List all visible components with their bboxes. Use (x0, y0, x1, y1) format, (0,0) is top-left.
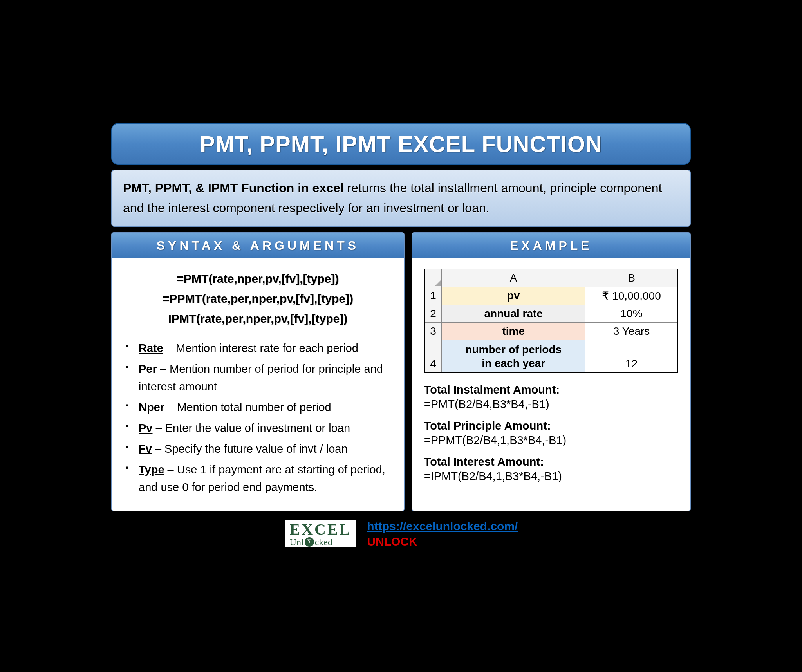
cell-a3: time (442, 322, 585, 340)
footer: EXCEL Unl ⚿ cked https://excelunlocked.c… (111, 518, 691, 549)
col-header-b: B (585, 269, 678, 287)
formula-text: =IPMT(B2/B4,1,B3*B4,-B1) (424, 470, 678, 483)
formula-block: Total Interest Amount: =IPMT(B2/B4,1,B3*… (424, 455, 678, 483)
arg-term: Type (139, 463, 164, 476)
formula-text: =PPMT(B2/B4,1,B3*B4,-B1) (424, 434, 678, 447)
formula-label: Total Interest Amount: (424, 455, 678, 468)
row-header: 2 (424, 305, 442, 322)
description-bar: PMT, PPMT, & IPMT Function in excel retu… (111, 170, 691, 227)
grid-corner (424, 269, 442, 287)
example-body: A B 1 pv ₹ 10,00,000 2 annual rate 10% (412, 258, 690, 511)
row-header: 3 (424, 322, 442, 340)
cell-b4: 12 (585, 340, 678, 373)
arg-term: Pv (139, 422, 152, 434)
arg-desc: – Mention number of period for principle… (139, 363, 383, 393)
logo-bottom: Unl ⚿ cked (290, 537, 352, 547)
site-link[interactable]: https://excelunlocked.com/ (367, 520, 518, 533)
cell-b1: ₹ 10,00,000 (585, 287, 678, 305)
cell-b2: 10% (585, 305, 678, 322)
col-header-a: A (442, 269, 585, 287)
logo: EXCEL Unl ⚿ cked (284, 519, 357, 548)
infographic-page: PMT, PPMT, IPMT EXCEL FUNCTION PMT, PPMT… (111, 123, 691, 549)
arg-desc: – Mention interest rate for each period (163, 342, 358, 354)
argument-list: Rate – Mention interest rate for each pe… (124, 340, 392, 496)
syntax-line: IPMT(rate,per,nper,pv,[fv],[type]) (124, 309, 392, 329)
cell-b3: 3 Years (585, 322, 678, 340)
formula-label: Total Instalment Amount: (424, 383, 678, 396)
logo-bot-post: cked (315, 537, 332, 547)
syntax-header: SYNTAX & ARGUMENTS (112, 233, 404, 258)
syntax-body: =PMT(rate,nper,pv,[fv],[type]) =PPMT(rat… (112, 258, 404, 511)
arg-item: Per – Mention number of period for princ… (124, 360, 392, 396)
syntax-line: =PPMT(rate,per,nper,pv,[fv],[type]) (124, 289, 392, 309)
page-title: PMT, PPMT, IPMT EXCEL FUNCTION (111, 123, 691, 165)
syntax-line: =PMT(rate,nper,pv,[fv],[type]) (124, 269, 392, 289)
arg-term: Fv (139, 443, 152, 455)
formula-label: Total Principle Amount: (424, 419, 678, 432)
arg-item: Type – Use 1 if payment are at starting … (124, 461, 392, 496)
description-bold: PMT, PPMT, & IPMT Function in excel (123, 181, 344, 195)
row-header: 1 (424, 287, 442, 305)
arg-desc: – Mention total number of period (164, 401, 331, 414)
logo-bot-pre: Unl (290, 537, 304, 547)
formula-text: =PMT(B2/B4,B3*B4,-B1) (424, 398, 678, 411)
arg-item: Pv – Enter the value of investment or lo… (124, 419, 392, 437)
example-header: EXAMPLE (412, 233, 690, 258)
arg-item: Rate – Mention interest rate for each pe… (124, 340, 392, 357)
formula-block: Total Principle Amount: =PPMT(B2/B4,1,B3… (424, 419, 678, 447)
arg-desc: – Use 1 if payment are at starting of pe… (139, 463, 385, 493)
syntax-card: SYNTAX & ARGUMENTS =PMT(rate,nper,pv,[fv… (111, 232, 405, 512)
syntax-lines: =PMT(rate,nper,pv,[fv],[type]) =PPMT(rat… (124, 269, 392, 329)
logo-top: EXCEL (290, 522, 352, 537)
excel-grid: A B 1 pv ₹ 10,00,000 2 annual rate 10% (424, 269, 678, 373)
unlock-label: UNLOCK (367, 535, 417, 548)
example-card: EXAMPLE A B 1 pv ₹ 10,00,000 2 (412, 232, 691, 512)
arg-item: Fv – Specify the future value of invt / … (124, 440, 392, 458)
cell-a2: annual rate (442, 305, 585, 322)
cell-a1: pv (442, 287, 585, 305)
arg-item: Nper – Mention total number of period (124, 399, 392, 416)
arg-term: Nper (139, 401, 164, 414)
arg-term: Per (139, 363, 157, 375)
arg-term: Rate (139, 342, 163, 354)
arg-desc: – Enter the value of investment or loan (152, 422, 350, 434)
footer-links: https://excelunlocked.com/ UNLOCK (367, 518, 518, 549)
arg-desc: – Specify the future value of invt / loa… (152, 443, 348, 455)
formula-block: Total Instalment Amount: =PMT(B2/B4,B3*B… (424, 383, 678, 411)
cell-a4: number of periods in each year (442, 340, 585, 373)
row-header: 4 (424, 340, 442, 373)
columns: SYNTAX & ARGUMENTS =PMT(rate,nper,pv,[fv… (111, 232, 691, 512)
key-icon: ⚿ (305, 537, 314, 547)
